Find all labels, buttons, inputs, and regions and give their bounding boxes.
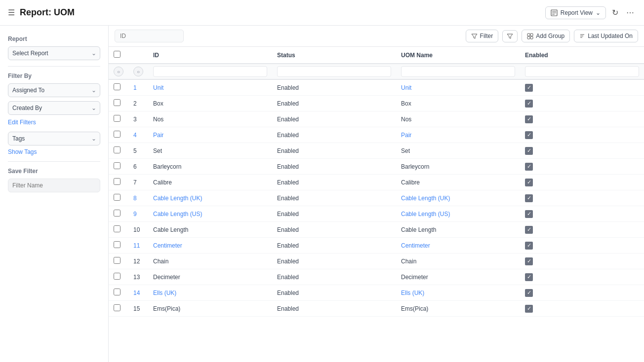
enabled-checkbox bbox=[525, 242, 533, 250]
row-uom-name[interactable]: Nos bbox=[396, 111, 520, 127]
row-checkbox[interactable] bbox=[114, 115, 121, 122]
row-status: Enabled bbox=[272, 238, 396, 253]
row-name[interactable]: Chain bbox=[148, 253, 272, 269]
created-by-dropdown[interactable]: Created By bbox=[8, 101, 100, 115]
row-checkbox[interactable] bbox=[114, 146, 121, 153]
row-id-number[interactable]: 2 bbox=[133, 100, 137, 107]
row-name[interactable]: Set bbox=[148, 143, 272, 159]
col-status[interactable]: Status bbox=[272, 47, 396, 64]
select-all-checkbox[interactable] bbox=[114, 51, 121, 58]
filter-uom-input[interactable] bbox=[401, 66, 515, 77]
col-id[interactable]: ID bbox=[148, 47, 272, 64]
row-id-number[interactable]: 3 bbox=[133, 116, 137, 123]
row-id-number[interactable]: 7 bbox=[133, 179, 137, 186]
row-name[interactable]: Ems(Pica) bbox=[148, 301, 272, 317]
filter-num-circle[interactable]: ○ bbox=[133, 67, 143, 76]
row-name[interactable]: Calibre bbox=[148, 175, 272, 190]
row-uom-name[interactable]: Calibre bbox=[396, 175, 520, 190]
select-report-dropdown[interactable]: Select Report bbox=[8, 46, 100, 60]
filter-enabled-cell bbox=[520, 64, 644, 79]
row-name[interactable]: Centimeter bbox=[148, 238, 272, 253]
row-name[interactable]: Pair bbox=[148, 127, 272, 143]
col-enabled[interactable]: Enabled bbox=[520, 47, 644, 64]
enabled-checkbox bbox=[525, 210, 533, 218]
more-options-button[interactable]: ⋯ bbox=[624, 6, 636, 19]
row-uom-name[interactable]: Box bbox=[396, 96, 520, 111]
row-enabled-cell bbox=[520, 79, 644, 96]
tags-dropdown[interactable]: Tags bbox=[8, 132, 100, 145]
refresh-button[interactable]: ↻ bbox=[610, 6, 620, 19]
row-checkbox[interactable] bbox=[114, 304, 121, 311]
col-uom-name[interactable]: UOM Name bbox=[396, 47, 520, 64]
row-id-number[interactable]: 12 bbox=[133, 258, 140, 265]
row-checkbox[interactable] bbox=[114, 178, 121, 185]
row-id-number[interactable]: 5 bbox=[133, 147, 137, 154]
row-uom-name[interactable]: Pair bbox=[396, 127, 520, 143]
row-id-number[interactable]: 10 bbox=[133, 226, 140, 233]
divider-2 bbox=[8, 161, 100, 162]
row-id-number[interactable]: 13 bbox=[133, 274, 140, 281]
row-uom-name[interactable]: Set bbox=[396, 143, 520, 159]
row-id-number[interactable]: 1 bbox=[133, 84, 137, 91]
assigned-to-dropdown[interactable]: Assigned To bbox=[8, 83, 100, 97]
edit-filters-link[interactable]: Edit Filters bbox=[8, 119, 100, 126]
last-updated-button[interactable]: Last Updated On bbox=[574, 30, 638, 42]
row-uom-name[interactable]: Chain bbox=[396, 253, 520, 269]
row-name[interactable]: Barleycorn bbox=[148, 159, 272, 175]
row-checkbox[interactable] bbox=[114, 210, 121, 217]
row-name[interactable]: Cable Length (US) bbox=[148, 206, 272, 222]
row-checkbox-cell bbox=[109, 127, 128, 143]
show-tags-link[interactable]: Show Tags bbox=[8, 148, 100, 155]
filter-button[interactable]: Filter bbox=[466, 30, 499, 42]
row-uom-name[interactable]: Cable Length bbox=[396, 222, 520, 238]
row-id-num: 4 bbox=[128, 127, 148, 143]
row-name[interactable]: Ells (UK) bbox=[148, 285, 272, 301]
row-uom-name[interactable]: Cable Length (US) bbox=[396, 206, 520, 222]
row-checkbox[interactable] bbox=[114, 162, 121, 169]
row-name[interactable]: Unit bbox=[148, 79, 272, 96]
row-id-number[interactable]: 6 bbox=[133, 163, 137, 170]
row-uom-name[interactable]: Unit bbox=[396, 79, 520, 96]
row-id-number[interactable]: 15 bbox=[133, 305, 140, 312]
menu-icon[interactable]: ☰ bbox=[8, 8, 15, 17]
row-name[interactable]: Box bbox=[148, 96, 272, 111]
row-uom-name[interactable]: Barleycorn bbox=[396, 159, 520, 175]
row-id-number[interactable]: 4 bbox=[133, 132, 137, 139]
row-uom-name[interactable]: Decimeter bbox=[396, 269, 520, 285]
filter-extra-button[interactable] bbox=[502, 30, 518, 42]
row-checkbox[interactable] bbox=[114, 273, 121, 280]
row-id-number[interactable]: 9 bbox=[133, 211, 137, 217]
row-id-number[interactable]: 11 bbox=[133, 242, 140, 249]
id-search-input[interactable] bbox=[115, 30, 184, 42]
filter-status-input[interactable] bbox=[277, 66, 391, 77]
row-name[interactable]: Nos bbox=[148, 111, 272, 127]
row-checkbox[interactable] bbox=[114, 194, 121, 201]
filter-circle-btn[interactable]: ○ bbox=[114, 67, 123, 76]
row-enabled-cell bbox=[520, 206, 644, 222]
filter-check-cell: ○ bbox=[109, 64, 128, 79]
row-checkbox[interactable] bbox=[114, 241, 121, 248]
row-checkbox[interactable] bbox=[114, 131, 121, 138]
row-id-number[interactable]: 14 bbox=[133, 290, 140, 296]
row-id-number[interactable]: 8 bbox=[133, 195, 137, 202]
row-checkbox-cell bbox=[109, 159, 128, 175]
row-checkbox[interactable] bbox=[114, 289, 121, 295]
row-uom-name[interactable]: Ells (UK) bbox=[396, 285, 520, 301]
filter-id-input[interactable] bbox=[153, 66, 267, 77]
row-checkbox[interactable] bbox=[114, 225, 121, 232]
filter-enabled-input[interactable] bbox=[525, 66, 639, 77]
row-uom-name[interactable]: Cable Length (UK) bbox=[396, 190, 520, 206]
add-group-button[interactable]: Add Group bbox=[522, 30, 570, 42]
row-checkbox[interactable] bbox=[114, 99, 121, 106]
filter-status-cell bbox=[272, 64, 396, 79]
row-uom-name[interactable]: Centimeter bbox=[396, 238, 520, 253]
row-checkbox[interactable] bbox=[114, 257, 121, 264]
filter-name-input[interactable] bbox=[8, 179, 100, 192]
report-view-button[interactable]: Report View ⌄ bbox=[545, 6, 606, 19]
row-uom-name[interactable]: Ems(Pica) bbox=[396, 301, 520, 317]
row-name[interactable]: Cable Length (UK) bbox=[148, 190, 272, 206]
row-checkbox[interactable] bbox=[114, 83, 121, 90]
row-name[interactable]: Decimeter bbox=[148, 269, 272, 285]
row-name[interactable]: Cable Length bbox=[148, 222, 272, 238]
main-layout: Report Select Report Filter By Assigned … bbox=[0, 26, 644, 362]
